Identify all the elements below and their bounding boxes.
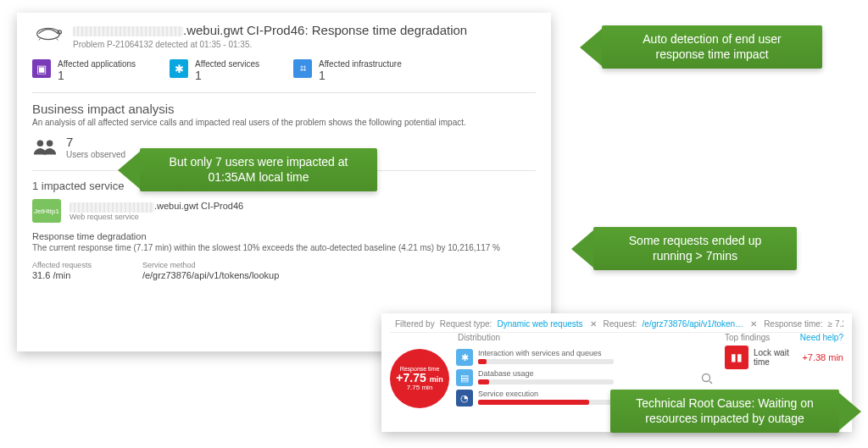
close-icon[interactable]: ✕ [590,319,597,329]
problem-title: .webui.gwt CI-Prod46: Response time degr… [73,23,467,38]
distribution-heading: Distribution [458,333,713,342]
clock-icon[interactable]: ◔ [456,390,473,407]
pause-icon: ▮▮ [725,346,748,369]
callout-auto-detection: Auto detection of end userresponse time … [602,25,822,69]
need-help-link[interactable]: Need help? [800,333,843,342]
svg-line-2 [39,39,41,41]
service-sub: Web request service [70,213,243,221]
search-icon[interactable] [701,373,713,384]
service-row[interactable]: JetHttp1 .webui.gwt CI-Prod46 Web reques… [32,199,536,223]
affected-services[interactable]: ✱ Affected services1 [170,59,259,82]
top-findings-heading: Top findings [725,333,770,342]
filter-bar: Filtered by Request type: Dynamic web re… [390,318,843,333]
svg-point-4 [37,141,44,147]
callout-seven-users: But only 7 users were impacted at01:35AM… [140,148,377,191]
svg-point-6 [703,374,710,382]
infra-icon: ⌗ [293,59,312,78]
turtle-icon [32,23,64,41]
users-icon [32,137,58,158]
problem-meta: Problem P-21064132 detected at 01:35 - 0… [73,40,467,49]
degradation-heading: Response time degradation [32,231,536,241]
affected-requests: Affected requests31.6 /min [32,261,92,281]
filter-request[interactable]: /e/grz73876/api/v1/token… [643,319,744,329]
svg-point-5 [47,141,53,147]
svg-line-7 [709,381,712,384]
affected-infrastructure[interactable]: ⌗ Affected infrastructure1 [293,59,402,82]
finding-lock-wait[interactable]: ▮▮ Lock wait time +7.38 min [725,346,843,369]
degradation-desc: The current response time (7.17 min) wit… [32,243,536,252]
close-icon[interactable]: ✕ [750,319,757,329]
service-method: Service method/e/grz73876/api/v1/tokens/… [142,261,279,281]
service-name: .webui.gwt CI-Prod46 [70,201,243,212]
redacted-host [73,26,183,36]
filter-request-type[interactable]: Dynamic web requests [497,319,582,329]
affected-applications[interactable]: ▣ Affected applications1 [32,59,136,82]
service-tag: JetHttp1 [32,199,61,223]
response-time-circle: Response time +7.75 min 7.75 min [390,349,449,408]
svg-line-3 [57,39,58,41]
apps-icon: ▣ [32,59,51,78]
database-icon[interactable]: ▤ [456,369,473,386]
callout-seven-mins: Some requests ended uprunning > 7mins [593,227,797,270]
services-icon: ✱ [170,59,188,78]
callout-root-cause: Technical Root Cause: Waiting onresource… [610,390,839,433]
bar-interaction[interactable]: Interaction with services and queues [478,349,691,364]
affected-row: ▣ Affected applications1 ✱ Affected serv… [32,59,536,82]
bia-title: Business impact analysis [32,102,536,116]
bar-database[interactable]: Database usage [478,369,691,384]
bia-desc: An analysis of all affected service call… [32,118,536,127]
filter-response-time[interactable]: ≥ 7.2 min [828,319,843,329]
gear-icon[interactable]: ✱ [456,349,473,366]
